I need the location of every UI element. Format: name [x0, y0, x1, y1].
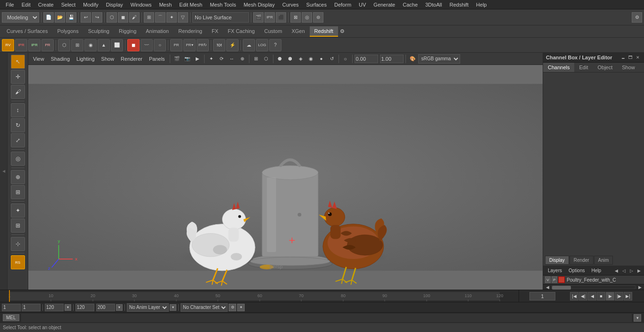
- vt-icon-shad2[interactable]: ●: [317, 54, 326, 64]
- shelf-sphere[interactable]: ◉: [84, 39, 97, 51]
- shelf-plane[interactable]: ⬜: [111, 39, 123, 51]
- layers-menu[interactable]: Layers: [545, 267, 565, 274]
- mode-selector[interactable]: Modeling: [2, 12, 39, 23]
- shelf-wave[interactable]: 〰: [140, 39, 153, 51]
- select-arrow-button[interactable]: ↖: [11, 55, 25, 69]
- options-menu[interactable]: Options: [566, 267, 587, 274]
- anim-layer-settings-button[interactable]: ▾: [170, 304, 176, 311]
- new-scene-button[interactable]: 📄: [43, 12, 54, 23]
- timeline-container[interactable]: 1 10 20 30 40 50 60 70: [0, 290, 644, 302]
- symmetry-button[interactable]: ⊜: [313, 12, 323, 23]
- vt-icon-2[interactable]: 📷: [182, 54, 192, 64]
- vt-icon-5[interactable]: ⟳: [217, 54, 226, 64]
- tab-curves-surfaces[interactable]: Curves / Surfaces: [2, 26, 52, 37]
- redo-button[interactable]: ↪: [92, 12, 102, 23]
- isolate-button[interactable]: ◎: [302, 12, 312, 23]
- shelf-material[interactable]: 🍽: [213, 39, 225, 51]
- timeline-track[interactable]: 1 10 20 30 40 50 60 70: [0, 290, 519, 302]
- shelf-ipr3[interactable]: IPR: [28, 39, 41, 51]
- snap-grid-button[interactable]: ⊞: [144, 12, 154, 23]
- menu-uv[interactable]: UV: [355, 1, 370, 8]
- menu-3dtall[interactable]: 3DtoAll: [421, 1, 446, 8]
- layer-next2-button[interactable]: ▶: [636, 267, 642, 274]
- step-back-button[interactable]: ◀|: [579, 292, 587, 300]
- shelf-pr4[interactable]: PR↻: [197, 39, 209, 51]
- select-tool-button[interactable]: ⬡: [107, 12, 117, 23]
- vt-icon-6[interactable]: ↔: [227, 54, 237, 64]
- layer-next-button[interactable]: ▷: [628, 267, 635, 274]
- tab-rigging[interactable]: Rigging: [114, 26, 141, 37]
- live-surface-input[interactable]: [192, 12, 249, 23]
- paint-select-button[interactable]: 🖌: [129, 12, 140, 23]
- vt-shading[interactable]: Shading: [48, 55, 73, 63]
- vt-icon-grid[interactable]: ⊞: [251, 54, 261, 64]
- current-frame-input[interactable]: [22, 304, 41, 311]
- menu-redshift[interactable]: Redshift: [446, 1, 472, 8]
- tab-fx-caching[interactable]: FX Caching: [223, 26, 259, 37]
- ipr-button[interactable]: IPR: [264, 12, 275, 23]
- tab-show[interactable]: Show: [617, 63, 640, 72]
- vt-icon-wireframe[interactable]: ⬡: [262, 54, 271, 64]
- play-forward-button[interactable]: ▶: [606, 292, 614, 300]
- vt-icon-3[interactable]: ▶: [193, 54, 202, 64]
- menu-cache[interactable]: Cache: [399, 1, 421, 8]
- vt-icon-poly1[interactable]: ⬣: [275, 54, 285, 64]
- range-start-input[interactable]: [2, 304, 21, 311]
- scale-button[interactable]: ⤢: [11, 133, 25, 147]
- tab-custom[interactable]: Custom: [260, 26, 287, 37]
- transform-button[interactable]: ✛: [11, 70, 25, 84]
- move-button[interactable]: ↕: [11, 103, 25, 117]
- redshift-icon-lt[interactable]: RS: [11, 255, 25, 269]
- menu-mesh-display[interactable]: Mesh Display: [240, 1, 279, 8]
- undo-button[interactable]: ↩: [81, 12, 91, 23]
- playback-end-input[interactable]: [96, 304, 115, 311]
- command-history-button[interactable]: ▾: [634, 314, 641, 322]
- command-input[interactable]: [21, 314, 632, 322]
- vt-icon-poly3[interactable]: ◈: [296, 54, 305, 64]
- render-region-button[interactable]: ⬛: [276, 12, 286, 23]
- layer-scrollbar[interactable]: ◀ ▶: [543, 284, 644, 290]
- gamma-selector[interactable]: sRGB gamma: [418, 54, 460, 64]
- vt-icon-shad3[interactable]: ↺: [327, 54, 337, 64]
- shelf-ipr2[interactable]: IPR: [15, 39, 27, 51]
- tab-redshift[interactable]: Redshift: [310, 26, 338, 37]
- panel-maximize-button[interactable]: 🗖: [627, 54, 634, 61]
- snap-curve-button[interactable]: ⌒: [155, 12, 165, 23]
- menu-generate[interactable]: Generate: [370, 1, 399, 8]
- anim-end-expand-button[interactable]: ▾: [116, 304, 123, 311]
- script-tag[interactable]: MEL: [3, 314, 19, 321]
- shelf-pr3[interactable]: PR▾: [183, 39, 196, 51]
- layer-color-swatch[interactable]: [558, 276, 565, 283]
- vt-view[interactable]: View: [30, 55, 47, 63]
- shelf-pr[interactable]: PR: [41, 39, 54, 51]
- shelf-red-cube[interactable]: ◼: [127, 39, 140, 51]
- gear-settings-icon[interactable]: ⚙: [340, 28, 345, 34]
- menu-mesh-tools[interactable]: Mesh Tools: [206, 1, 239, 8]
- rotate-button[interactable]: ↻: [11, 118, 25, 132]
- layer-tab-render[interactable]: Render: [570, 256, 594, 265]
- render-button[interactable]: 🎬: [253, 12, 264, 23]
- char-set-settings-button[interactable]: ⚙: [229, 304, 236, 311]
- cam-angle-input[interactable]: [355, 55, 378, 63]
- menu-edit-mesh[interactable]: Edit Mesh: [175, 1, 206, 8]
- tab-animation[interactable]: Animation: [141, 26, 173, 37]
- sidebar-toggle[interactable]: ◀: [0, 53, 8, 290]
- vt-icon-shad1[interactable]: ◉: [306, 54, 316, 64]
- vt-icon-light1[interactable]: ☼: [341, 54, 350, 64]
- vt-show[interactable]: Show: [99, 55, 117, 63]
- viewport-canvas[interactable]: x y z persp: [28, 65, 543, 290]
- shelf-grid[interactable]: ⊞: [71, 39, 83, 51]
- shelf-pr2[interactable]: PR: [170, 39, 182, 51]
- layer-prev2-button[interactable]: ◁: [620, 267, 627, 274]
- layer-tab-anim[interactable]: Anim: [594, 256, 613, 265]
- tab-fx[interactable]: FX: [207, 26, 223, 37]
- cam-focal-input[interactable]: [380, 55, 404, 63]
- tab-edit[interactable]: Edit: [574, 63, 593, 72]
- stop-button[interactable]: ■: [597, 292, 605, 300]
- layer-prev-button[interactable]: ◀: [613, 267, 619, 274]
- menu-windows[interactable]: Windows: [127, 1, 156, 8]
- skip-to-start-button[interactable]: |◀: [570, 292, 578, 300]
- skip-to-end-button[interactable]: ▶|: [624, 292, 632, 300]
- shelf-log[interactable]: LOG: [256, 39, 268, 51]
- shelf-env[interactable]: ☁: [243, 39, 255, 51]
